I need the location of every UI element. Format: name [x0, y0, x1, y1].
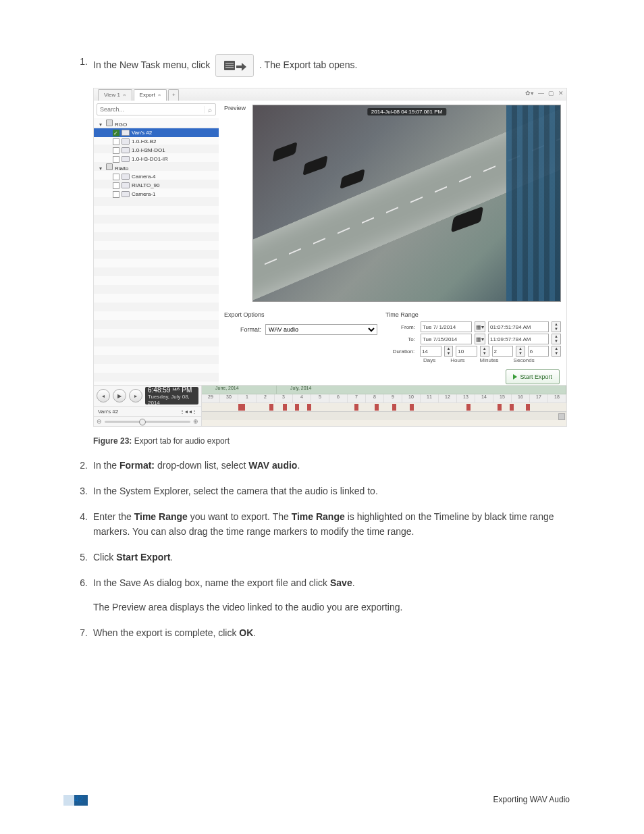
- preview-label: Preview: [224, 105, 246, 111]
- unit-seconds: Seconds: [514, 357, 535, 363]
- duration-label: Duration:: [385, 348, 417, 355]
- spinner-icon[interactable]: ▲▼: [552, 334, 561, 344]
- duration-minutes[interactable]: 2: [492, 346, 513, 357]
- tree-item[interactable]: 1.0-H3-B2: [94, 137, 219, 146]
- timeline-month: June, 2014: [202, 386, 277, 394]
- timeline-camera-label: Van's #2: [98, 409, 118, 415]
- calendar-icon[interactable]: ▦▾: [475, 321, 485, 332]
- tree-server-1[interactable]: ▾RGO: [94, 120, 219, 128]
- footer-title: Exporting WAV Audio: [493, 795, 570, 804]
- unit-minutes: Minutes: [480, 357, 499, 363]
- zoom-in-icon[interactable]: ⊕: [193, 418, 198, 425]
- to-date-input[interactable]: Tue 7/15/2014: [421, 334, 472, 344]
- preview-timestamp: 2014-Jul-08 04:19:07.061 PM: [367, 108, 446, 115]
- step-6: 6. In the Save As dialog box, name the e…: [74, 575, 570, 615]
- spinner-icon[interactable]: ▲▼: [444, 346, 454, 357]
- tree-server-2[interactable]: ▾Rialto: [94, 163, 219, 172]
- step-4: 4. Enter the Time Range you want to expo…: [74, 509, 570, 539]
- tab-view1[interactable]: View 1×: [98, 89, 132, 101]
- play-button[interactable]: ▶: [113, 389, 126, 402]
- duration-days[interactable]: 14: [420, 346, 441, 357]
- unit-days: Days: [423, 357, 435, 363]
- format-select[interactable]: WAV audio: [265, 324, 377, 335]
- system-explorer: ⌕ ▾RGO Van's #2 1.0-H3-B2 1.0-H3M-DO1 1.…: [94, 101, 219, 386]
- tree-item[interactable]: RIALTO_90: [94, 181, 219, 190]
- spinner-icon[interactable]: ▲▼: [552, 346, 561, 357]
- svg-rect-3: [225, 67, 234, 68]
- gear-icon[interactable]: ✿▾: [525, 90, 534, 97]
- svg-rect-1: [225, 63, 234, 63]
- from-date-input[interactable]: Tue 7/ 1/2014: [421, 321, 472, 332]
- zoom-out-icon[interactable]: ⊖: [97, 418, 102, 425]
- tree-item[interactable]: 1.0-H3M-DO1: [94, 146, 219, 155]
- playhead-time: 6:48:59 ¹⁴⁶ PM Tuesday, July 08, 2014: [145, 387, 198, 405]
- timeline[interactable]: June, 2014 July, 2014 29 30 1 2 3 4 5 6 …: [202, 386, 566, 426]
- search-icon[interactable]: ⌕: [204, 106, 215, 113]
- tree-item[interactable]: 1.0-H3-DO1-IR: [94, 155, 219, 163]
- timeline-panel: ◂ ▶ ▸ 6:48:59 ¹⁴⁶ PM Tuesday, July 08, 2…: [94, 385, 566, 426]
- tree-item[interactable]: Camera-1: [94, 190, 219, 199]
- duration-seconds[interactable]: 6: [528, 346, 549, 357]
- camera-tree[interactable]: ▾RGO Van's #2 1.0-H3-B2 1.0-H3M-DO1 1.0-…: [94, 118, 219, 386]
- timeline-days: 29 30 1 2 3 4 5 6 7 8 9 10 11 12 13 14 1: [202, 394, 566, 402]
- play-arrow-icon: [513, 374, 517, 380]
- figure-caption: Figure 23: Export tab for audio export: [93, 436, 570, 446]
- maximize-icon[interactable]: ▢: [548, 90, 554, 97]
- to-label: To:: [385, 336, 418, 342]
- spinner-icon[interactable]: ▲▼: [552, 321, 561, 332]
- to-time-input[interactable]: 11:09:57:784 AM: [488, 334, 549, 344]
- format-label: Format:: [240, 326, 261, 333]
- calendar-icon[interactable]: ▦▾: [475, 334, 485, 344]
- step-2: 2. In the Format: drop-down list, select…: [74, 458, 570, 473]
- export-options-label: Export Options: [224, 311, 265, 318]
- unit-hours: Hours: [450, 357, 464, 363]
- page-number: 42: [74, 795, 83, 804]
- app-tabbar: View 1× Export× + ✿▾ — ▢ ✕: [94, 88, 566, 101]
- duration-hours[interactable]: 10: [456, 346, 477, 357]
- spinner-icon[interactable]: ▲▼: [516, 346, 525, 357]
- tree-item-selected[interactable]: Van's #2: [94, 128, 219, 137]
- export-screenshot: View 1× Export× + ✿▾ — ▢ ✕ ⌕ ▾RGO Van's …: [93, 88, 567, 427]
- tree-item[interactable]: Camera-4: [94, 172, 219, 181]
- export-task-icon: [215, 54, 254, 77]
- close-icon[interactable]: ✕: [558, 90, 564, 97]
- step-3: 3. In the System Explorer, select the ca…: [74, 484, 570, 498]
- step-1: 1. In the New Task menu, click . The Exp…: [74, 54, 570, 77]
- preview-pane: 2014-Jul-08 04:19:07.061 PM: [252, 105, 561, 302]
- zoom-slider[interactable]: [105, 421, 190, 423]
- step-fwd-button[interactable]: ▸: [129, 389, 142, 402]
- page-footer: 42 Exporting WAV Audio: [74, 795, 570, 804]
- step-5: 5. Click Start Export.: [74, 550, 570, 565]
- svg-rect-2: [225, 65, 234, 66]
- timeline-month: July, 2014: [277, 386, 566, 394]
- start-export-button[interactable]: Start Export: [506, 369, 560, 384]
- step-back-button[interactable]: ◂: [97, 389, 110, 402]
- tab-add[interactable]: +: [168, 89, 179, 101]
- step-7: 7. When the export is complete, click OK…: [74, 625, 570, 640]
- from-label: From:: [385, 324, 418, 330]
- tab-export[interactable]: Export×: [134, 89, 167, 101]
- export-main: Preview 2014-Jul-08 04:19:07.061 PM Expo…: [219, 101, 566, 386]
- from-time-input[interactable]: 01:07:51:784 AM: [488, 321, 549, 332]
- spinner-icon[interactable]: ▲▼: [480, 346, 489, 357]
- search-row: ⌕: [97, 103, 216, 115]
- search-input[interactable]: [97, 106, 204, 113]
- time-range-label: Time Range: [385, 311, 561, 318]
- minimize-icon[interactable]: —: [538, 90, 544, 97]
